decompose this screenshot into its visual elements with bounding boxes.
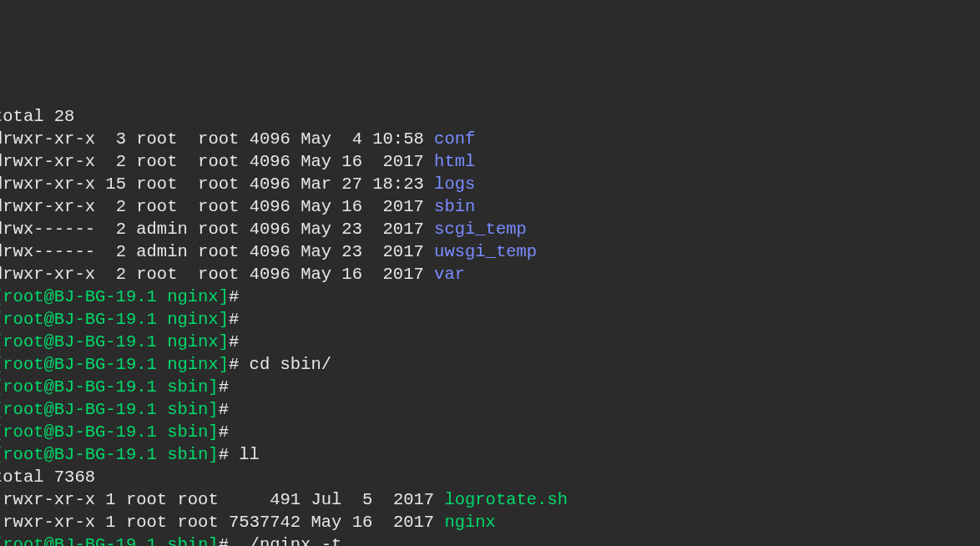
ls-row: drwx------ 2 admin root 4096 May 23 2017… bbox=[0, 220, 527, 239]
prompt-line[interactable]: [root@BJ-BG-19.1 sbin]# ./nginx -t bbox=[0, 535, 341, 546]
ls-row: drwxr-xr-x 2 root root 4096 May 16 2017 … bbox=[0, 265, 465, 284]
user-host: [root@BJ-BG-19.1 nginx] bbox=[0, 355, 229, 374]
ls-total: total 28 bbox=[0, 107, 74, 126]
user-host: [root@BJ-BG-19.1 sbin] bbox=[0, 400, 219, 419]
prompt-line[interactable]: [root@BJ-BG-19.1 sbin]# bbox=[0, 400, 239, 419]
user-host: [root@BJ-BG-19.1 nginx] bbox=[0, 332, 229, 351]
user-host: [root@BJ-BG-19.1 nginx] bbox=[0, 310, 229, 329]
ls-row: drwxr-xr-x 3 root root 4096 May 4 10:58 … bbox=[0, 129, 475, 149]
prompt-line[interactable]: [root@BJ-BG-19.1 nginx]# cd sbin/ bbox=[0, 355, 331, 374]
prompt-line[interactable]: [root@BJ-BG-19.1 sbin]# bbox=[0, 422, 239, 442]
dir-name: html bbox=[434, 152, 475, 171]
ls-total: total 7368 bbox=[0, 468, 95, 487]
user-host: [root@BJ-BG-19.1 nginx] bbox=[0, 287, 229, 306]
dir-name: scgi_temp bbox=[434, 220, 527, 239]
terminal[interactable]: total 28 drwxr-xr-x 3 root root 4096 May… bbox=[0, 105, 980, 546]
ls-row: -rwxr-xr-x 1 root root 7537742 May 16 20… bbox=[0, 513, 496, 532]
dir-name: sbin bbox=[434, 197, 475, 216]
file-name: logrotate.sh bbox=[444, 490, 568, 509]
dir-name: conf bbox=[434, 129, 475, 149]
prompt-line[interactable]: [root@BJ-BG-19.1 sbin]# bbox=[0, 377, 239, 397]
user-host: [root@BJ-BG-19.1 sbin] bbox=[0, 377, 219, 397]
dir-name: uwsgi_temp bbox=[434, 242, 537, 261]
ls-row: drwxr-xr-x 2 root root 4096 May 16 2017 … bbox=[0, 152, 475, 171]
ls-row: -rwxr-xr-x 1 root root 491 Jul 5 2017 lo… bbox=[0, 490, 568, 509]
prompt-line[interactable]: [root@BJ-BG-19.1 nginx]# bbox=[0, 287, 250, 306]
ls-row: drwxr-xr-x 15 root root 4096 Mar 27 18:2… bbox=[0, 174, 475, 194]
user-host: [root@BJ-BG-19.1 sbin] bbox=[0, 445, 219, 464]
command: cd sbin/ bbox=[250, 355, 331, 374]
user-host: [root@BJ-BG-19.1 sbin] bbox=[0, 535, 219, 546]
prompt-line[interactable]: [root@BJ-BG-19.1 nginx]# bbox=[0, 310, 250, 329]
ls-row: drwxr-xr-x 2 root root 4096 May 16 2017 … bbox=[0, 197, 475, 216]
prompt-line[interactable]: [root@BJ-BG-19.1 sbin]# ll bbox=[0, 445, 260, 464]
dir-name: logs bbox=[434, 174, 475, 194]
ls-row: drwx------ 2 admin root 4096 May 23 2017… bbox=[0, 242, 537, 261]
prompt-line[interactable]: [root@BJ-BG-19.1 nginx]# bbox=[0, 332, 250, 351]
user-host: [root@BJ-BG-19.1 sbin] bbox=[0, 422, 219, 442]
command: ll bbox=[239, 445, 260, 464]
file-name: nginx bbox=[444, 513, 496, 532]
command: ./nginx -t bbox=[239, 535, 341, 546]
dir-name: var bbox=[434, 265, 465, 284]
